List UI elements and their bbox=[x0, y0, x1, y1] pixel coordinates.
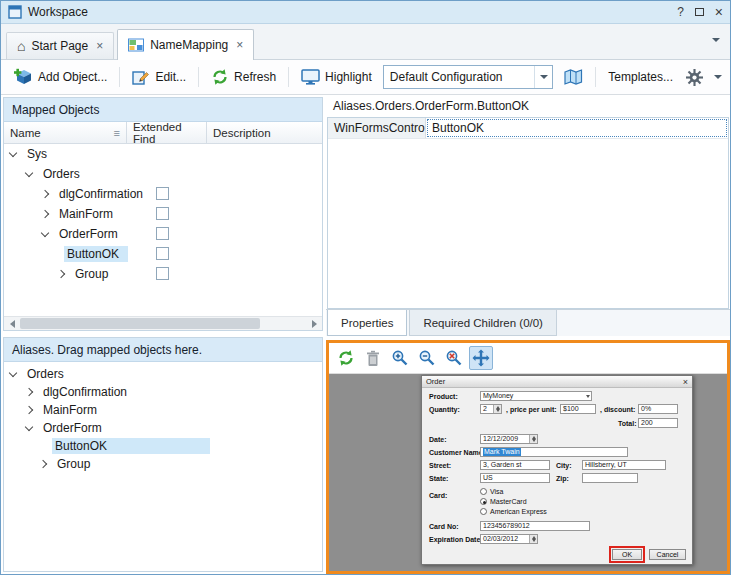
templates-button[interactable]: Templates... bbox=[603, 66, 678, 88]
mapping-value-cell[interactable]: ButtonOK bbox=[427, 119, 727, 137]
close-icon[interactable]: × bbox=[683, 378, 688, 386]
chevron-down-icon[interactable] bbox=[25, 168, 33, 176]
add-object-button[interactable]: Add Object... bbox=[9, 64, 112, 90]
chevron-right-icon[interactable] bbox=[39, 460, 47, 468]
chevron-right-icon[interactable] bbox=[25, 388, 33, 396]
radio-mastercard[interactable]: MasterCard bbox=[480, 498, 527, 505]
edit-icon bbox=[132, 68, 150, 86]
update-mapping-button[interactable] bbox=[559, 65, 588, 90]
column-header-extended-find[interactable]: Extended Find bbox=[127, 122, 207, 143]
product-select[interactable]: MyMoney bbox=[480, 391, 592, 401]
refresh-preview-button[interactable] bbox=[334, 346, 358, 370]
state-field[interactable]: US bbox=[480, 473, 550, 483]
configuration-dropdown-button[interactable] bbox=[534, 66, 552, 88]
street-field[interactable]: 3, Garden st bbox=[480, 460, 550, 470]
zoom-reset-button[interactable] bbox=[442, 346, 466, 370]
tab-start-page[interactable]: ⌂ Start Page × bbox=[6, 32, 114, 59]
spinner-buttons[interactable] bbox=[529, 535, 537, 543]
tree-item-mainform[interactable]: MainForm bbox=[4, 204, 322, 224]
zoom-out-button[interactable] bbox=[415, 346, 439, 370]
extended-find-checkbox[interactable] bbox=[156, 227, 169, 240]
ok-button[interactable]: OK bbox=[612, 549, 642, 560]
alias-item-orders[interactable]: Orders bbox=[4, 365, 322, 383]
horizontal-scrollbar[interactable] bbox=[4, 316, 322, 330]
aliases-header: Aliases. Drag mapped objects here. bbox=[4, 338, 322, 362]
aliases-panel: Aliases. Drag mapped objects here. Order… bbox=[3, 337, 323, 572]
column-header-description[interactable]: Description bbox=[207, 122, 322, 143]
help-button[interactable]: ? bbox=[677, 5, 684, 19]
expiration-date-label: Expiration Date: bbox=[429, 536, 483, 543]
radio-american-express[interactable]: American Express bbox=[480, 508, 547, 515]
pan-mode-button[interactable] bbox=[469, 346, 493, 370]
namemapping-icon bbox=[128, 38, 144, 52]
configuration-select[interactable]: Default Configuration bbox=[383, 65, 554, 89]
cancel-button[interactable]: Cancel bbox=[649, 549, 686, 560]
scroll-left-button[interactable] bbox=[4, 317, 20, 330]
mapping-type-cell[interactable]: WinFormsContro bbox=[328, 118, 426, 138]
chevron-down-icon[interactable] bbox=[9, 148, 17, 156]
spinner-buttons[interactable] bbox=[529, 435, 537, 443]
tree-item-group[interactable]: Group bbox=[4, 264, 322, 284]
tab-required-children[interactable]: Required Children (0/0) bbox=[409, 310, 557, 336]
column-header-name[interactable]: Name ≡ bbox=[4, 122, 127, 143]
zip-field[interactable] bbox=[582, 473, 638, 483]
alias-item-orderform[interactable]: OrderForm bbox=[4, 419, 322, 437]
alias-item-mainform[interactable]: MainForm bbox=[4, 401, 322, 419]
expiration-date-field[interactable]: 02/03/2012 bbox=[480, 534, 538, 544]
home-icon: ⌂ bbox=[17, 40, 25, 52]
close-window-button[interactable]: × bbox=[715, 7, 723, 17]
delete-image-button[interactable] bbox=[361, 346, 385, 370]
tree-item-orders[interactable]: Orders bbox=[4, 164, 322, 184]
alias-item-buttonok[interactable]: ButtonOK bbox=[4, 437, 322, 455]
chevron-right-icon[interactable] bbox=[41, 210, 49, 218]
toolbar-overflow-chevron-icon[interactable] bbox=[714, 75, 722, 79]
restore-button[interactable] bbox=[695, 8, 704, 16]
extended-find-checkbox[interactable] bbox=[156, 267, 169, 280]
tree-item-buttonok[interactable]: ButtonOK bbox=[4, 244, 322, 264]
chevron-right-icon[interactable] bbox=[57, 270, 65, 278]
tree-item-sys[interactable]: Sys bbox=[4, 144, 322, 164]
extended-find-checkbox[interactable] bbox=[156, 247, 169, 260]
price-field[interactable]: $100 bbox=[560, 404, 596, 414]
radio-visa[interactable]: Visa bbox=[480, 488, 504, 495]
tree-item-orderform[interactable]: OrderForm bbox=[4, 224, 322, 244]
extended-find-checkbox[interactable] bbox=[156, 207, 169, 220]
tab-properties[interactable]: Properties bbox=[327, 310, 407, 336]
tab-namemapping-label: NameMapping bbox=[150, 38, 228, 52]
date-field[interactable]: 12/12/2009 bbox=[480, 434, 538, 444]
card-no-field[interactable]: 123456789012 bbox=[480, 521, 590, 531]
aliases-title: Aliases. Drag mapped objects here. bbox=[12, 343, 202, 357]
tab-namemapping[interactable]: NameMapping × bbox=[117, 29, 254, 60]
chevron-down-icon[interactable] bbox=[41, 228, 49, 236]
extended-find-checkbox[interactable] bbox=[156, 187, 169, 200]
alias-item-dlgconfirmation[interactable]: dlgConfirmation bbox=[4, 383, 322, 401]
total-field[interactable]: 200 bbox=[638, 418, 678, 428]
settings-button[interactable] bbox=[681, 65, 708, 90]
card-no-label: Card No: bbox=[429, 523, 459, 530]
refresh-button[interactable]: Refresh bbox=[206, 64, 281, 90]
close-tab-icon[interactable]: × bbox=[236, 38, 243, 52]
quantity-stepper[interactable]: 2 bbox=[480, 404, 502, 414]
chevron-down-icon bbox=[586, 395, 590, 398]
scrollbar-thumb[interactable] bbox=[20, 318, 260, 329]
city-field[interactable]: Hillsberry, UT bbox=[582, 460, 666, 470]
chevron-right-icon[interactable] bbox=[41, 190, 49, 198]
spinner-buttons[interactable] bbox=[493, 405, 501, 413]
edit-button[interactable]: Edit... bbox=[127, 64, 191, 90]
highlight-button[interactable]: Highlight bbox=[296, 64, 377, 90]
discount-field[interactable]: 0% bbox=[638, 404, 678, 414]
customer-name-field[interactable]: Mark Twain bbox=[480, 447, 628, 457]
mapping-row[interactable]: WinFormsContro ButtonOK bbox=[328, 118, 728, 139]
mapped-objects-tree: Sys Orders dlgConfirmation MainForm bbox=[4, 144, 322, 316]
chevron-down-icon[interactable] bbox=[25, 422, 33, 430]
close-tab-icon[interactable]: × bbox=[96, 39, 103, 53]
scrollbar-track[interactable] bbox=[20, 317, 306, 330]
tab-list-chevron-icon[interactable] bbox=[712, 38, 720, 42]
scroll-right-button[interactable] bbox=[306, 317, 322, 330]
alias-item-group[interactable]: Group bbox=[4, 455, 322, 473]
chevron-right-icon[interactable] bbox=[25, 406, 33, 414]
tree-item-dlgconfirmation[interactable]: dlgConfirmation bbox=[4, 184, 322, 204]
chevron-down-icon[interactable] bbox=[9, 368, 17, 376]
zoom-in-button[interactable] bbox=[388, 346, 412, 370]
preview-toolbar bbox=[329, 343, 727, 374]
